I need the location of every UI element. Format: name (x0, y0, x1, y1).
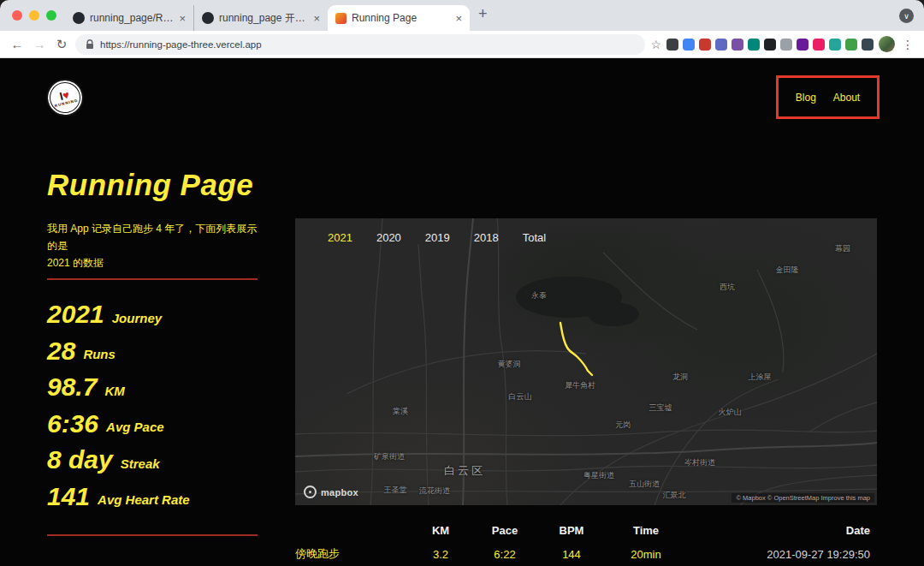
intro-line-2: 2021 的数据 (47, 254, 266, 271)
run-map[interactable]: 永泰幕园金田隆西坑黄婆洞龙洞上涂屋犀牛角村白云山三宝墟火炉山元岗棠溪矿泉街道白云… (295, 218, 877, 505)
stat-value: 28 (47, 338, 75, 364)
stat-label: Avg Heart Rate (98, 486, 190, 506)
extension-icon[interactable] (862, 39, 874, 51)
year-tabs: 2021 2020 2019 2018 Total (328, 231, 546, 244)
extension-icon[interactable] (699, 39, 711, 51)
browser-tab-readme[interactable]: running_page/README-CN.md × (65, 5, 193, 31)
extension-icon[interactable] (780, 39, 792, 51)
map-place-label: 汇景北 (663, 490, 686, 501)
logo-word: RUNNING (55, 98, 79, 108)
map-place-label: 岑村街道 (684, 457, 715, 468)
run-pace: 6:22 (471, 548, 539, 561)
mapbox-icon (304, 486, 317, 498)
browser-tab-anniversary[interactable]: running_page 开源一周年的总结 × (193, 5, 328, 31)
run-km: 3.2 (411, 548, 471, 561)
running-page-content: I♥ RUNNING Blog About Running Page 我用 Ap… (0, 58, 924, 566)
table-row[interactable]: 傍晚跑步 3.2 6:22 144 20min 2021-09-27 19:29… (295, 546, 877, 562)
stats-panel: 2021 Journey 28 Runs 98.7 KM 6:36 Avg Pa… (47, 296, 190, 515)
map-place-label: 三宝墟 (649, 402, 672, 414)
divider (47, 534, 258, 536)
map-place-label: 棠溪 (393, 406, 408, 417)
extension-icon[interactable] (845, 39, 857, 51)
map-place-label: 西坑 (720, 282, 735, 293)
stat-avg-pace: 6:36 Avg Pace (47, 406, 190, 443)
tab-title: running_page/README-CN.md (90, 12, 174, 24)
map-place-label: 龙洞 (672, 372, 688, 383)
map-place-label: 金田隆 (776, 265, 799, 276)
close-window-button[interactable] (12, 10, 22, 21)
stat-value: 8 day (47, 447, 113, 473)
runs-table: KM Pace BPM Time Date 傍晚跑步 3.2 6:22 144 … (295, 524, 877, 562)
stat-journey: 2021 Journey (47, 296, 190, 333)
reload-button[interactable]: ↻ (53, 38, 70, 51)
intro-description: 我用 App 记录自己跑步 4 年了，下面列表展示的是 2021 的数据 (47, 220, 266, 271)
stat-km: 98.7 KM (47, 369, 190, 406)
browser-tab-running-page[interactable]: Running Page × (328, 5, 470, 31)
map-place-label: 黄婆洞 (498, 359, 521, 370)
map-place-label: 永泰 (531, 290, 547, 301)
map-place-label: 幕园 (835, 243, 850, 254)
browser-toolbar: ← → ↻ https://running-page-three.vercel.… (0, 31, 924, 58)
profile-avatar[interactable] (879, 36, 895, 52)
lock-icon (86, 39, 94, 50)
header-km: KM (411, 524, 471, 537)
tab-title: running_page 开源一周年的总结 (219, 11, 308, 26)
stat-value: 2021 (47, 301, 104, 327)
run-date: 2021-09-27 19:29:50 (688, 548, 877, 561)
map-place-label: 上涂屋 (749, 372, 772, 383)
divider (47, 278, 258, 280)
header-date: Date (688, 524, 877, 537)
back-button[interactable]: ← (9, 38, 26, 51)
header-time: Time (604, 524, 688, 537)
site-logo[interactable]: I♥ RUNNING (42, 74, 87, 120)
close-icon[interactable]: × (313, 13, 320, 24)
year-tab-2018[interactable]: 2018 (474, 231, 499, 244)
extension-icon[interactable] (764, 39, 776, 51)
running-page-favicon-icon (335, 13, 346, 24)
bookmark-star-icon[interactable]: ☆ (650, 38, 661, 51)
extension-icon[interactable] (829, 39, 841, 51)
stat-runs: 28 Runs (47, 333, 190, 370)
year-tab-2021[interactable]: 2021 (328, 231, 352, 244)
stat-streak: 8 day Streak (47, 442, 190, 479)
stat-label: Runs (83, 341, 116, 360)
mapbox-wordmark: mapbox (321, 487, 358, 497)
github-icon (73, 12, 85, 24)
zoom-window-button[interactable] (46, 10, 56, 21)
nav-link-about[interactable]: About (833, 92, 860, 104)
close-icon[interactable]: × (455, 13, 462, 24)
map-attribution[interactable]: © Mapbox © OpenStreetMap Improve this ma… (732, 493, 874, 503)
year-tab-2020[interactable]: 2020 (376, 231, 401, 244)
header-bpm: BPM (539, 524, 604, 537)
year-tab-2019[interactable]: 2019 (425, 231, 450, 244)
extension-icon[interactable] (666, 39, 678, 51)
extension-icon[interactable] (797, 39, 808, 51)
extension-icon[interactable] (732, 39, 743, 51)
stat-label: Streak (121, 450, 160, 470)
stat-avg-heart-rate: 141 Avg Heart Rate (47, 479, 190, 515)
mapbox-logo[interactable]: mapbox (304, 486, 358, 498)
run-name: 傍晚跑步 (295, 546, 411, 562)
address-bar[interactable]: https://running-page-three.vercel.app (75, 34, 645, 55)
map-place-label: 矿泉街道 (374, 451, 405, 462)
nav-link-blog[interactable]: Blog (796, 92, 816, 104)
close-icon[interactable]: × (179, 13, 186, 24)
map-place-label: 元岗 (615, 420, 631, 431)
tabs: running_page/README-CN.md × running_page… (65, 0, 488, 31)
extension-icon[interactable] (683, 39, 695, 51)
github-icon (202, 12, 214, 24)
extension-icon[interactable] (813, 39, 825, 51)
tab-search-icon[interactable]: ∨ (899, 9, 914, 23)
extension-icon[interactable] (748, 39, 760, 51)
stat-value: 98.7 (47, 374, 97, 400)
browser-menu-icon[interactable]: ⋮ (900, 38, 915, 51)
minimize-window-button[interactable] (29, 10, 39, 21)
stat-value: 6:36 (47, 411, 98, 437)
new-tab-button[interactable]: + (478, 6, 488, 25)
map-place-label: 五山街道 (629, 479, 660, 490)
stat-label: Avg Pace (106, 414, 164, 433)
year-tab-total[interactable]: Total (523, 231, 546, 244)
extension-icon[interactable] (715, 39, 727, 51)
forward-button[interactable]: → (31, 38, 48, 51)
map-place-label: 粤星街道 (583, 470, 614, 481)
